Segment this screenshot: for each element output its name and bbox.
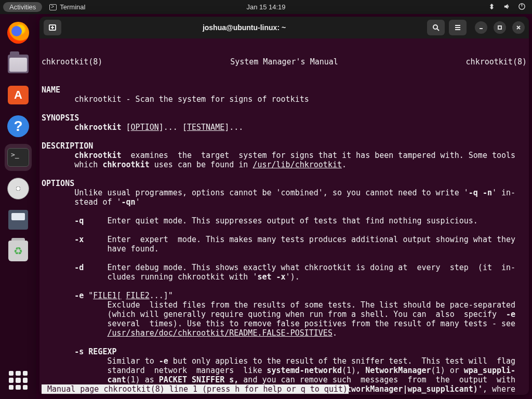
- terminal-window: joshua@ubuntu-linux: ~ chkrootkit(8) Sys…: [39, 17, 529, 395]
- power-icon[interactable]: [518, 3, 526, 12]
- dock-files[interactable]: [5, 50, 32, 77]
- svg-line-6: [437, 29, 439, 31]
- files-icon: [8, 55, 29, 73]
- app-menu[interactable]: Terminal: [49, 3, 85, 11]
- dock-firefox[interactable]: [5, 19, 32, 46]
- dock-software[interactable]: A: [5, 82, 32, 109]
- volume-icon[interactable]: [503, 3, 511, 12]
- app-menu-label: Terminal: [60, 3, 85, 11]
- floppy-icon: [8, 210, 28, 230]
- manpage-body: NAME chkrootkit - Scan the system for si…: [39, 85, 529, 395]
- manpage-statusline: Manual page chkrootkit(8) line 1 (press …: [42, 384, 349, 394]
- software-icon: A: [8, 86, 29, 104]
- show-applications[interactable]: [9, 371, 28, 390]
- svg-point-5: [433, 25, 437, 29]
- firefox-icon: [7, 22, 29, 44]
- terminal-icon: [7, 148, 29, 167]
- clock[interactable]: Jan 15 14:19: [246, 3, 285, 11]
- window-title: joshua@ubuntu-linux: ~: [65, 23, 423, 32]
- gnome-topbar: Activities Terminal Jan 15 14:19: [0, 0, 532, 14]
- dock: A ? ♻: [0, 14, 36, 399]
- dock-help[interactable]: ?: [5, 113, 32, 140]
- terminal-viewport[interactable]: chkrootkit(8) System Manager's Manual ch…: [39, 38, 529, 395]
- search-button[interactable]: [427, 20, 445, 35]
- minimize-button[interactable]: [475, 21, 487, 34]
- help-icon: ?: [7, 115, 29, 137]
- hamburger-menu-button[interactable]: [449, 20, 467, 35]
- close-button[interactable]: [512, 21, 525, 34]
- manpage-header: chkrootkit(8) System Manager's Manual ch…: [39, 57, 529, 66]
- dock-terminal[interactable]: [5, 144, 32, 171]
- dock-trash[interactable]: ♻: [5, 237, 32, 264]
- window-titlebar: joshua@ubuntu-linux: ~: [39, 17, 529, 38]
- dock-disc[interactable]: [5, 175, 32, 202]
- terminal-app-icon: [49, 4, 57, 10]
- new-tab-button[interactable]: [44, 20, 61, 35]
- dock-save[interactable]: [5, 206, 32, 233]
- activities-button[interactable]: Activities: [3, 2, 42, 12]
- trash-icon: ♻: [8, 241, 28, 261]
- maximize-button[interactable]: [494, 21, 506, 34]
- network-icon[interactable]: [488, 3, 496, 12]
- svg-rect-11: [498, 26, 501, 29]
- disc-icon: [7, 178, 29, 200]
